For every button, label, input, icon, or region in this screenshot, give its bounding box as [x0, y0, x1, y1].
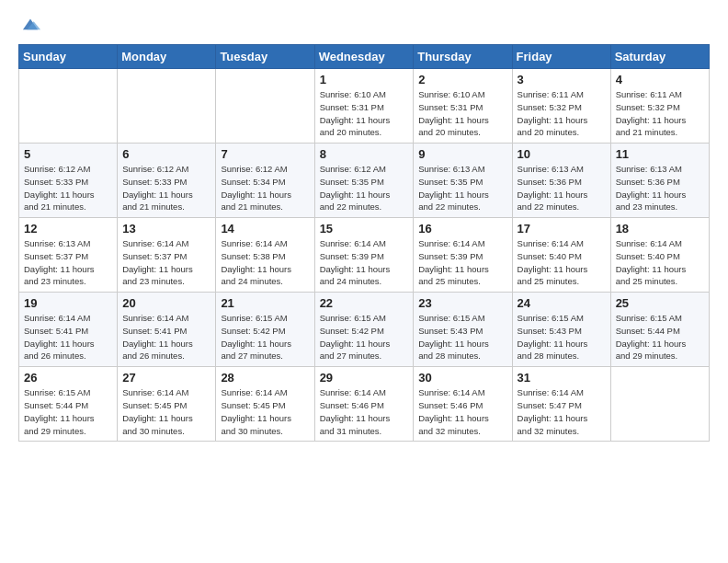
- day-info: Sunrise: 6:14 AMSunset: 5:45 PMDaylight:…: [122, 386, 210, 437]
- week-row-4: 26Sunrise: 6:15 AMSunset: 5:44 PMDayligh…: [19, 367, 710, 442]
- day-info: Sunrise: 6:12 AMSunset: 5:34 PMDaylight:…: [221, 163, 309, 213]
- day-info: Sunrise: 6:13 AMSunset: 5:36 PMDaylight:…: [616, 163, 704, 213]
- day-number: 10: [518, 147, 606, 161]
- calendar-cell: 18Sunrise: 6:14 AMSunset: 5:40 PMDayligh…: [610, 218, 709, 293]
- day-number: 11: [616, 147, 704, 161]
- day-number: 18: [616, 222, 704, 236]
- day-number: 8: [320, 147, 409, 161]
- day-number: 19: [24, 296, 112, 310]
- calendar-cell: 9Sunrise: 6:13 AMSunset: 5:35 PMDaylight…: [414, 144, 512, 218]
- calendar-cell: 5Sunrise: 6:12 AMSunset: 5:33 PMDaylight…: [19, 144, 118, 218]
- day-number: 13: [122, 222, 210, 236]
- calendar-cell: 1Sunrise: 6:10 AMSunset: 5:31 PMDaylight…: [314, 69, 414, 144]
- calendar-cell: 17Sunrise: 6:14 AMSunset: 5:40 PMDayligh…: [512, 218, 610, 293]
- day-number: 27: [122, 371, 210, 385]
- day-number: 26: [24, 371, 112, 385]
- day-number: 23: [418, 296, 506, 310]
- day-info: Sunrise: 6:14 AMSunset: 5:40 PMDaylight:…: [518, 237, 606, 288]
- day-info: Sunrise: 6:14 AMSunset: 5:37 PMDaylight:…: [122, 237, 210, 288]
- day-number: 31: [518, 371, 606, 385]
- calendar-cell: 8Sunrise: 6:12 AMSunset: 5:35 PMDaylight…: [314, 144, 414, 218]
- weekday-header-saturday: Saturday: [610, 45, 709, 69]
- calendar-cell: 30Sunrise: 6:14 AMSunset: 5:46 PMDayligh…: [414, 367, 512, 442]
- calendar-cell: [118, 69, 216, 144]
- week-row-2: 12Sunrise: 6:13 AMSunset: 5:37 PMDayligh…: [19, 218, 710, 293]
- calendar-cell: 28Sunrise: 6:14 AMSunset: 5:45 PMDayligh…: [216, 367, 314, 442]
- week-row-1: 5Sunrise: 6:12 AMSunset: 5:33 PMDaylight…: [19, 144, 710, 218]
- day-info: Sunrise: 6:11 AMSunset: 5:32 PMDaylight:…: [518, 88, 606, 139]
- header: [18, 15, 710, 35]
- day-info: Sunrise: 6:14 AMSunset: 5:46 PMDaylight:…: [418, 386, 506, 437]
- day-info: Sunrise: 6:10 AMSunset: 5:31 PMDaylight:…: [320, 88, 409, 139]
- calendar-cell: 16Sunrise: 6:14 AMSunset: 5:39 PMDayligh…: [414, 218, 512, 293]
- calendar-cell: [216, 69, 314, 144]
- day-number: 7: [221, 147, 309, 161]
- day-info: Sunrise: 6:12 AMSunset: 5:33 PMDaylight:…: [122, 163, 210, 213]
- day-number: 21: [221, 296, 309, 310]
- calendar-cell: 13Sunrise: 6:14 AMSunset: 5:37 PMDayligh…: [118, 218, 216, 293]
- day-number: 4: [616, 73, 704, 86]
- weekday-header-wednesday: Wednesday: [314, 45, 414, 69]
- day-number: 24: [518, 296, 606, 310]
- day-number: 15: [320, 222, 409, 236]
- day-info: Sunrise: 6:14 AMSunset: 5:39 PMDaylight:…: [418, 237, 506, 288]
- weekday-header-friday: Friday: [512, 45, 610, 69]
- calendar-cell: 19Sunrise: 6:14 AMSunset: 5:41 PMDayligh…: [19, 293, 118, 367]
- day-number: 3: [518, 73, 606, 86]
- day-info: Sunrise: 6:14 AMSunset: 5:45 PMDaylight:…: [221, 386, 309, 437]
- day-info: Sunrise: 6:11 AMSunset: 5:32 PMDaylight:…: [616, 88, 704, 139]
- weekday-header-thursday: Thursday: [414, 45, 512, 69]
- day-info: Sunrise: 6:15 AMSunset: 5:44 PMDaylight:…: [24, 386, 112, 437]
- day-info: Sunrise: 6:13 AMSunset: 5:37 PMDaylight:…: [24, 237, 112, 288]
- calendar-cell: 14Sunrise: 6:14 AMSunset: 5:38 PMDayligh…: [216, 218, 314, 293]
- day-info: Sunrise: 6:15 AMSunset: 5:43 PMDaylight:…: [518, 312, 606, 362]
- logo-icon: [20, 15, 40, 35]
- calendar-cell: 21Sunrise: 6:15 AMSunset: 5:42 PMDayligh…: [216, 293, 314, 367]
- day-info: Sunrise: 6:15 AMSunset: 5:42 PMDaylight:…: [320, 312, 409, 362]
- page: SundayMondayTuesdayWednesdayThursdayFrid…: [0, 0, 728, 563]
- day-number: 29: [320, 371, 409, 385]
- day-number: 20: [122, 296, 210, 310]
- day-info: Sunrise: 6:12 AMSunset: 5:33 PMDaylight:…: [24, 163, 112, 213]
- week-row-0: 1Sunrise: 6:10 AMSunset: 5:31 PMDaylight…: [19, 69, 710, 144]
- day-number: 6: [122, 147, 210, 161]
- day-info: Sunrise: 6:15 AMSunset: 5:43 PMDaylight:…: [418, 312, 506, 362]
- logo: [18, 15, 44, 35]
- calendar-cell: 12Sunrise: 6:13 AMSunset: 5:37 PMDayligh…: [19, 218, 118, 293]
- calendar-cell: 31Sunrise: 6:14 AMSunset: 5:47 PMDayligh…: [512, 367, 610, 442]
- day-number: 1: [320, 73, 409, 86]
- day-info: Sunrise: 6:14 AMSunset: 5:38 PMDaylight:…: [221, 237, 309, 288]
- weekday-header-sunday: Sunday: [19, 45, 118, 69]
- day-info: Sunrise: 6:15 AMSunset: 5:44 PMDaylight:…: [616, 312, 704, 362]
- calendar-cell: 25Sunrise: 6:15 AMSunset: 5:44 PMDayligh…: [610, 293, 709, 367]
- day-info: Sunrise: 6:14 AMSunset: 5:46 PMDaylight:…: [320, 386, 409, 437]
- day-number: 2: [418, 73, 506, 86]
- day-info: Sunrise: 6:14 AMSunset: 5:39 PMDaylight:…: [320, 237, 409, 288]
- day-number: 12: [24, 222, 112, 236]
- calendar-cell: 10Sunrise: 6:13 AMSunset: 5:36 PMDayligh…: [512, 144, 610, 218]
- calendar-cell: 29Sunrise: 6:14 AMSunset: 5:46 PMDayligh…: [314, 367, 414, 442]
- day-number: 17: [518, 222, 606, 236]
- day-number: 22: [320, 296, 409, 310]
- calendar-cell: 11Sunrise: 6:13 AMSunset: 5:36 PMDayligh…: [610, 144, 709, 218]
- calendar-cell: 7Sunrise: 6:12 AMSunset: 5:34 PMDaylight…: [216, 144, 314, 218]
- day-info: Sunrise: 6:15 AMSunset: 5:42 PMDaylight:…: [221, 312, 309, 362]
- day-number: 25: [616, 296, 704, 310]
- calendar-cell: [610, 367, 709, 442]
- day-info: Sunrise: 6:14 AMSunset: 5:40 PMDaylight:…: [616, 237, 704, 288]
- calendar-cell: 4Sunrise: 6:11 AMSunset: 5:32 PMDaylight…: [610, 69, 709, 144]
- day-info: Sunrise: 6:14 AMSunset: 5:47 PMDaylight:…: [518, 386, 606, 437]
- day-number: 16: [418, 222, 506, 236]
- calendar-cell: [19, 69, 118, 144]
- day-info: Sunrise: 6:13 AMSunset: 5:36 PMDaylight:…: [518, 163, 606, 213]
- day-info: Sunrise: 6:14 AMSunset: 5:41 PMDaylight:…: [24, 312, 112, 362]
- calendar-cell: 15Sunrise: 6:14 AMSunset: 5:39 PMDayligh…: [314, 218, 414, 293]
- calendar-cell: 27Sunrise: 6:14 AMSunset: 5:45 PMDayligh…: [118, 367, 216, 442]
- day-info: Sunrise: 6:13 AMSunset: 5:35 PMDaylight:…: [418, 163, 506, 213]
- day-number: 14: [221, 222, 309, 236]
- weekday-header-row: SundayMondayTuesdayWednesdayThursdayFrid…: [19, 45, 710, 69]
- calendar-cell: 26Sunrise: 6:15 AMSunset: 5:44 PMDayligh…: [19, 367, 118, 442]
- weekday-header-tuesday: Tuesday: [216, 45, 314, 69]
- week-row-3: 19Sunrise: 6:14 AMSunset: 5:41 PMDayligh…: [19, 293, 710, 367]
- calendar-cell: 20Sunrise: 6:14 AMSunset: 5:41 PMDayligh…: [118, 293, 216, 367]
